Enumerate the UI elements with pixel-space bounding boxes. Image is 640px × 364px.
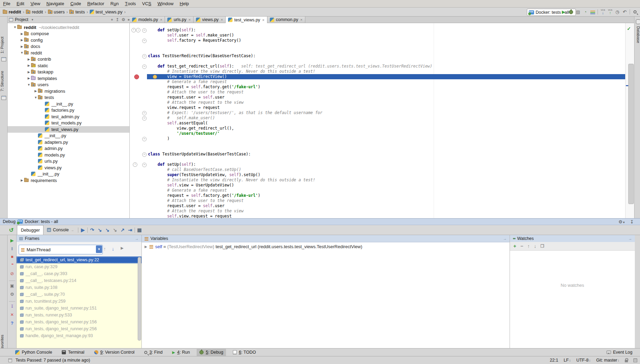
evaluate-expression-icon[interactable]: ▦ — [136, 226, 143, 233]
code-line[interactable]: # Attach the user to the request — [147, 90, 625, 95]
show-execution-point-icon[interactable]: ▶ — [79, 226, 87, 233]
overriding-method-icon[interactable]: ↓ — [136, 28, 140, 32]
tool-button-7-structure[interactable]: 7: Structure — [0, 68, 7, 94]
code-area[interactable]: def setUp(self): self.user = self.make_u… — [147, 28, 625, 218]
tool-button-1-project[interactable]: 1: Project — [0, 35, 7, 55]
profiler-icon[interactable]: ◔ — [582, 9, 588, 15]
frame-row[interactable]: run, suite.py:108 — [17, 284, 141, 291]
menu-window[interactable]: Window — [155, 0, 177, 8]
tree-item-test_admin-py[interactable]: test_admin.py — [8, 113, 129, 120]
collapsed-arrow-icon[interactable]: ▶ — [33, 89, 38, 93]
code-line[interactable]: self.user = self.make_user() — [147, 33, 625, 38]
code-line[interactable]: view.get_redirect_url(), — [147, 126, 625, 131]
tree-item-users[interactable]: ▼users — [8, 82, 129, 88]
overridden-method-icon[interactable]: ↑ — [131, 28, 136, 32]
code-editor[interactable]: −↑↓−−−−−−−−↑ def setUp(self): self.user … — [130, 23, 625, 218]
breadcrumb-item[interactable]: users — [48, 9, 65, 14]
fold-marker-icon[interactable]: − — [142, 137, 147, 141]
stop-icon[interactable]: ■ — [8, 254, 17, 259]
frame-row[interactable]: __call__, case.py:393 — [17, 270, 141, 277]
fold-marker-icon[interactable]: − — [142, 64, 147, 69]
move-watch-up-button[interactable]: ↑ — [527, 243, 530, 249]
tree-item-views-py[interactable]: views.py — [8, 164, 129, 171]
chevron-down-icon[interactable]: ▼ — [31, 18, 34, 21]
code-line[interactable]: # Attach the user to the request — [147, 198, 625, 203]
debug-tab-console[interactable]: Console→ — [43, 225, 77, 235]
fold-marker-icon[interactable]: − — [142, 111, 147, 115]
menu-run[interactable]: Run — [107, 0, 122, 8]
tree-item-contrib[interactable]: ▶contrib — [8, 56, 129, 63]
expanded-arrow-icon[interactable]: ▼ — [27, 83, 31, 87]
frame-down-button[interactable]: ↓ — [112, 246, 114, 252]
debug-tab-debugger[interactable]: Debugger — [17, 225, 43, 235]
menu-tools[interactable]: Tools — [122, 0, 139, 8]
frame-row[interactable]: run, case.py:329 — [17, 263, 141, 270]
breadcrumb-item[interactable]: reddit — [3, 9, 21, 14]
hide-panel-icon[interactable]: ↧ — [630, 219, 634, 224]
expand-icon[interactable]: ▶ — [145, 245, 147, 249]
toolwindow-toggle-icon[interactable] — [8, 358, 12, 362]
menu-edit[interactable]: Edit — [13, 0, 27, 8]
tree-item-adapters-py[interactable]: adapters.py — [8, 139, 129, 145]
collapsed-arrow-icon[interactable]: ▶ — [27, 58, 31, 61]
code-line[interactable] — [147, 157, 625, 162]
menu-view[interactable]: View — [27, 0, 43, 8]
frame-row[interactable]: run_tests, django_test_runner.py:156 — [17, 318, 141, 325]
tree-item-admin-py[interactable]: admin.py — [8, 145, 129, 152]
toolwindow-9-version-control[interactable]: 9: Version Control — [91, 349, 137, 356]
code-line[interactable]: '/users/testuser/' — [147, 131, 625, 136]
tree-item-taskapp[interactable]: ▶taskapp — [8, 69, 129, 75]
tree-item-__init__-py[interactable]: __init__.py — [8, 133, 129, 139]
tree-item-static[interactable]: ▶static — [8, 62, 129, 69]
frames-scrollbar[interactable] — [138, 257, 141, 341]
status-utf-8[interactable]: UTF-8↕ — [576, 358, 590, 363]
coverage-icon[interactable]: ▨ — [575, 9, 581, 15]
pin-icon[interactable]: ↧ — [8, 304, 17, 309]
settings-icon[interactable]: ⚙ — [8, 292, 17, 297]
code-line[interactable]: self.assertEqual( — [147, 121, 625, 126]
code-line[interactable]: self.view = UserUpdateView() — [147, 183, 625, 188]
run-to-cursor-icon[interactable]: ⇥ — [126, 226, 134, 233]
mute-breakpoints-icon[interactable]: ⊘ — [8, 271, 17, 276]
close-icon[interactable]: × — [160, 18, 162, 22]
toolwindow-3-find[interactable]: 3: Find — [141, 349, 165, 356]
frame-row[interactable]: run_suite, django_test_runner.py:151 — [17, 305, 141, 312]
code-line[interactable]: # Attach the request to the view — [147, 209, 625, 214]
tree-item-config[interactable]: ▶config — [8, 37, 129, 43]
close-icon[interactable]: × — [262, 18, 264, 22]
project-panel-header[interactable]: Project ▼ ⌖↥⚙⇤ — [8, 17, 133, 23]
intention-bulb-icon[interactable] — [153, 75, 157, 79]
debug-bug-icon[interactable] — [568, 9, 574, 15]
collapsed-arrow-icon[interactable]: ▶ — [27, 64, 31, 67]
force-step-into-icon[interactable]: ↘ — [104, 226, 111, 233]
fold-marker-icon[interactable]: − — [142, 163, 147, 167]
collapsed-arrow-icon[interactable]: ▶ — [20, 38, 24, 42]
run-dashboard-icon[interactable] — [590, 9, 595, 15]
close-icon[interactable]: × — [188, 18, 190, 22]
code-line[interactable]: request.user = self.user — [147, 95, 625, 100]
code-line[interactable] — [147, 48, 625, 53]
thread-select[interactable]: MainThread ▼ — [19, 245, 103, 254]
code-line[interactable]: def setUp(self): — [147, 162, 625, 167]
tab-views.py[interactable]: views.py× — [194, 17, 226, 23]
code-line[interactable] — [147, 146, 625, 152]
expanded-arrow-icon[interactable]: ▼ — [20, 51, 24, 54]
step-over-icon[interactable]: ↷ — [88, 226, 96, 233]
frame-row[interactable]: __call__, suite.py:70 — [17, 291, 141, 298]
fold-marker-icon[interactable]: − — [142, 152, 147, 157]
close-icon[interactable]: × — [300, 18, 302, 22]
search-everywhere-icon[interactable] — [632, 9, 638, 15]
tree-item-reddit[interactable]: ▼reddit — [8, 50, 129, 56]
collapse-all-icon[interactable]: ↥ — [116, 17, 119, 22]
code-line[interactable]: view.request = request — [147, 105, 625, 110]
smart-step-into-icon[interactable]: ↘ — [111, 226, 119, 233]
step-into-icon[interactable]: ↘ — [96, 226, 104, 233]
code-line[interactable]: # Attach the request to the view — [147, 100, 625, 105]
tree-item-factories-py[interactable]: factories.py — [8, 107, 129, 114]
code-line[interactable]: request = self.factory.get('/fake-url') — [147, 84, 625, 90]
tree-item-reddit[interactable]: ▼reddit~/cookiecutter/reddit — [8, 24, 129, 31]
editor-scrollbar[interactable] — [628, 64, 634, 204]
status-22-1[interactable]: 22:1 — [550, 358, 558, 363]
code-line[interactable]: view = UserRedirectView() — [147, 74, 625, 79]
error-stripe[interactable]: ✓ — [625, 23, 634, 218]
